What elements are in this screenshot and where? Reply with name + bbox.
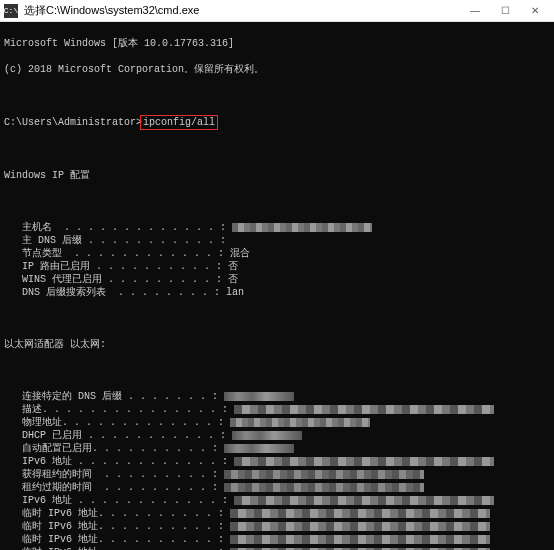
config-value: lan	[220, 286, 244, 299]
config-label: 临时 IPv6 地址. . . . . . . . . . :	[4, 507, 224, 520]
window-title: 选择C:\Windows\system32\cmd.exe	[24, 3, 460, 18]
maximize-button[interactable]: ☐	[490, 1, 520, 21]
config-value	[224, 416, 370, 429]
redacted-value	[230, 418, 370, 427]
config-value: 否	[222, 260, 238, 273]
config-label: 临时 IPv6 地址. . . . . . . . . . :	[4, 533, 224, 546]
config-label: 自动配置已启用. . . . . . . . . . :	[4, 442, 218, 455]
config-value	[218, 468, 424, 481]
config-label: WINS 代理已启用 . . . . . . . . . :	[4, 273, 222, 286]
config-row: 连接特定的 DNS 后缀 . . . . . . . :	[4, 390, 550, 403]
config-label: IPv6 地址 . . . . . . . . . . . . :	[4, 455, 228, 468]
config-row: 租约过期的时间 . . . . . . . . . :	[4, 481, 550, 494]
config-label: DNS 后缀搜索列表 . . . . . . . . :	[4, 286, 220, 299]
version-line: Microsoft Windows [版本 10.0.17763.316]	[4, 37, 550, 50]
config-value	[218, 390, 294, 403]
config-label: 主 DNS 后缀 . . . . . . . . . . . :	[4, 234, 226, 247]
redacted-value	[234, 496, 494, 505]
config-label: IP 路由已启用 . . . . . . . . . . :	[4, 260, 222, 273]
redacted-value	[230, 535, 490, 544]
config-label: 主机名 . . . . . . . . . . . . . :	[4, 221, 226, 234]
redacted-value	[234, 457, 494, 466]
config-row: IPv6 地址 . . . . . . . . . . . . :	[4, 494, 550, 507]
config-label: 租约过期的时间 . . . . . . . . . :	[4, 481, 218, 494]
config-row: 临时 IPv6 地址. . . . . . . . . . :	[4, 533, 550, 546]
config-value	[226, 221, 372, 234]
config-label: 节点类型 . . . . . . . . . . . . :	[4, 247, 224, 260]
redacted-value	[224, 444, 294, 453]
window-controls: — ☐ ✕	[460, 1, 550, 21]
config-value	[224, 507, 490, 520]
config-value: 否	[222, 273, 238, 286]
config-row: IPv6 地址 . . . . . . . . . . . . :	[4, 455, 550, 468]
config-value	[228, 455, 494, 468]
config-value	[224, 546, 490, 550]
redacted-value	[232, 223, 372, 232]
config-label: DHCP 已启用 . . . . . . . . . . . :	[4, 429, 226, 442]
config-value	[228, 403, 494, 416]
blank-line	[4, 364, 550, 377]
config-label: 临时 IPv6 地址. . . . . . . . . . :	[4, 520, 224, 533]
close-button[interactable]: ✕	[520, 1, 550, 21]
config-row: IP 路由已启用 . . . . . . . . . . : 否	[4, 260, 550, 273]
config-row: 临时 IPv6 地址. . . . . . . . . . :	[4, 507, 550, 520]
minimize-button[interactable]: —	[460, 1, 490, 21]
config-row: 自动配置已启用. . . . . . . . . . :	[4, 442, 550, 455]
config-label: 临时 IPv6 地址. . . . . . . . . . :	[4, 546, 224, 550]
config-row: 获得租约的时间 . . . . . . . . . :	[4, 468, 550, 481]
config-value: 混合	[224, 247, 250, 260]
section-title-eth: 以太网适配器 以太网:	[4, 338, 550, 351]
config-label: 物理地址. . . . . . . . . . . . . :	[4, 416, 224, 429]
config-label: 连接特定的 DNS 后缀 . . . . . . . :	[4, 390, 218, 403]
config-row: 临时 IPv6 地址. . . . . . . . . . :	[4, 546, 550, 550]
config-label: IPv6 地址 . . . . . . . . . . . . :	[4, 494, 228, 507]
config-value	[228, 494, 494, 507]
command-highlight: ipconfig/all	[140, 115, 218, 130]
blank-line	[4, 195, 550, 208]
redacted-value	[230, 522, 490, 531]
blank-line	[4, 312, 550, 325]
blank-line	[4, 143, 550, 156]
blank-line	[4, 89, 550, 102]
config-value	[218, 442, 294, 455]
config-row: 物理地址. . . . . . . . . . . . . :	[4, 416, 550, 429]
config-row: 主机名 . . . . . . . . . . . . . :	[4, 221, 550, 234]
config-row: 节点类型 . . . . . . . . . . . . : 混合	[4, 247, 550, 260]
cmd-icon: C:\	[4, 4, 18, 18]
terminal-output[interactable]: Microsoft Windows [版本 10.0.17763.316] (c…	[0, 22, 554, 550]
config-row: 描述. . . . . . . . . . . . . . . :	[4, 403, 550, 416]
config-value	[226, 429, 302, 442]
section-title-ip: Windows IP 配置	[4, 169, 550, 182]
config-value	[224, 533, 490, 546]
config-value	[218, 481, 424, 494]
config-row: DHCP 已启用 . . . . . . . . . . . :	[4, 429, 550, 442]
config-label: 描述. . . . . . . . . . . . . . . :	[4, 403, 228, 416]
redacted-value	[224, 392, 294, 401]
config-row: 临时 IPv6 地址. . . . . . . . . . :	[4, 520, 550, 533]
config-value	[224, 520, 490, 533]
config-row: 主 DNS 后缀 . . . . . . . . . . . :	[4, 234, 550, 247]
redacted-value	[224, 470, 424, 479]
prompt-text: C:\Users\Administrator>	[4, 117, 142, 128]
copyright-line: (c) 2018 Microsoft Corporation。保留所有权利。	[4, 63, 550, 76]
redacted-value	[232, 431, 302, 440]
config-row: DNS 后缀搜索列表 . . . . . . . . : lan	[4, 286, 550, 299]
window-titlebar: C:\ 选择C:\Windows\system32\cmd.exe — ☐ ✕	[0, 0, 554, 22]
command-text: ipconfig/all	[143, 117, 215, 128]
config-label: 获得租约的时间 . . . . . . . . . :	[4, 468, 218, 481]
prompt-line: C:\Users\Administrator>ipconfig/all	[4, 115, 550, 130]
redacted-value	[230, 509, 490, 518]
redacted-value	[234, 405, 494, 414]
config-row: WINS 代理已启用 . . . . . . . . . : 否	[4, 273, 550, 286]
redacted-value	[224, 483, 424, 492]
